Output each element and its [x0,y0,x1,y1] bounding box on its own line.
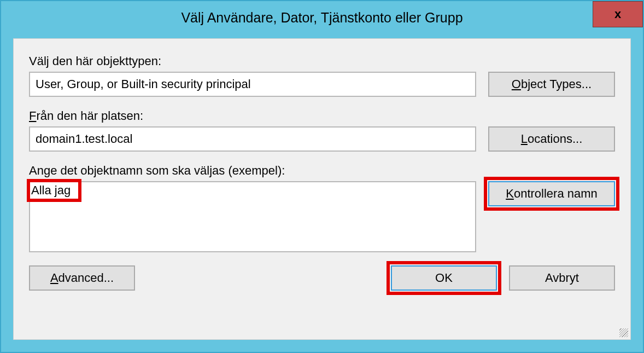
location-label: Från den här platsen: [29,109,476,123]
close-button[interactable]: x [593,1,643,27]
object-types-button[interactable]: Object Types... [488,72,615,97]
window-title: Välj Användare, Dator, Tjänstkonto eller… [181,10,462,26]
object-type-field: User, Group, or Built-in security princi… [29,72,476,97]
object-type-label: Välj den här objekttypen: [29,54,476,68]
dialog-body: Välj den här objekttypen: User, Group, o… [13,38,631,340]
dialog-window: Välj Användare, Dator, Tjänstkonto eller… [0,0,644,353]
titlebar: Välj Användare, Dator, Tjänstkonto eller… [1,1,643,34]
close-icon: x [614,7,621,21]
object-name-row: Ange det objektnamn som ska väljas (exem… [29,164,615,254]
check-names-button[interactable]: Kontrollera namn [488,181,615,206]
object-name-input[interactable] [29,181,476,252]
ok-button[interactable]: OK [391,265,497,291]
object-name-label: Ange det objektnamn som ska väljas (exem… [29,164,476,178]
advanced-button[interactable]: Advanced... [29,265,135,291]
bottom-row: Advanced... OK Avbryt [29,265,615,291]
cancel-button[interactable]: Avbryt [509,265,615,291]
object-type-row: Välj den här objekttypen: User, Group, o… [29,54,615,97]
locations-button[interactable]: Locations... [488,126,615,152]
location-field: domain1.test.local [29,126,476,152]
resize-grip-icon[interactable] [619,328,628,337]
location-row: Från den här platsen: domain1.test.local… [29,109,615,152]
